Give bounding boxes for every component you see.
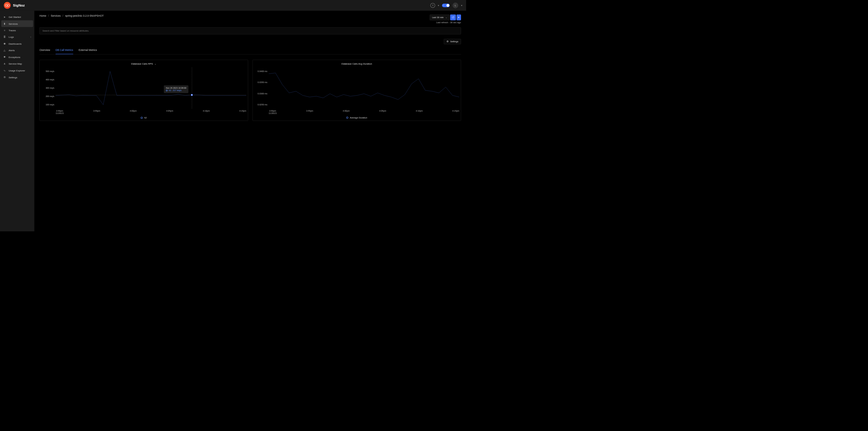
network-icon: ⋔ [3, 62, 6, 65]
sidebar-item-usage-explorer[interactable]: ∿ Usage Explorer [0, 67, 34, 74]
x-tick: 4:00pm [343, 110, 349, 114]
rocket-icon: ➤ [3, 16, 6, 19]
moon-icon: ☾ [443, 4, 445, 6]
tab-overview[interactable]: Overview [39, 47, 50, 54]
legend: h2 [41, 115, 246, 120]
settings-label: Settings [450, 40, 458, 43]
avatar[interactable]: L [453, 2, 458, 8]
sidebar-item-alerts[interactable]: △ Alerts [0, 47, 34, 54]
search-input[interactable]: Search and Filter based on resource attr… [39, 27, 461, 34]
y-tick: 0.0400 ms [258, 70, 268, 72]
topbar: SigNoz ? ▾ ☾ L ▾ [0, 0, 466, 11]
chart-title: Database Calls RPS [131, 62, 153, 65]
y-axis: 500 req/s400 req/s300 req/s200 req/s100 … [41, 67, 56, 109]
brand-name: SigNoz [13, 3, 25, 7]
gear-icon: ⚙ [3, 76, 6, 79]
sidebar-item-dashboards[interactable]: ◉ Dashboards [0, 40, 34, 47]
breadcrumb-services[interactable]: Services [51, 15, 61, 18]
chevron-right-icon: › [30, 35, 31, 38]
tab-external-metrics[interactable]: External Metrics [79, 47, 97, 54]
y-tick: 0.0350 ms [258, 81, 268, 84]
x-tick: 4:15pm [239, 110, 246, 115]
bug-icon: ✱ [3, 56, 6, 59]
sidebar-item-label: Get Started [9, 16, 21, 18]
last-refresh-text: Last refresh - 36 sec ago [436, 21, 461, 24]
sidebar-item-label: Dashboards [9, 42, 22, 45]
sidebar-item-exceptions[interactable]: ✱ Exceptions [0, 54, 34, 60]
y-tick: 0.0250 ms [258, 103, 268, 106]
tab-db-call-metrics[interactable]: DB Call Metrics [56, 47, 73, 54]
chart-line [269, 67, 459, 109]
menu-icon: ≡ [3, 29, 6, 32]
x-tick: 3:55pm [93, 110, 100, 115]
x-tick: 3:55pm [306, 110, 313, 114]
legend-label: h2 [144, 116, 147, 119]
svg-point-1 [7, 5, 8, 6]
sidebar-item-label: Traces [9, 29, 16, 32]
sidebar-item-get-started[interactable]: ➤ Get Started [0, 14, 34, 21]
sidebar-item-label: Alerts [9, 49, 15, 52]
sidebar-item-logs[interactable]: ≣ Logs › [0, 34, 34, 40]
y-tick: 500 req/s [45, 70, 54, 73]
breadcrumb-home[interactable]: Home [39, 15, 46, 18]
sidebar-item-services[interactable]: ▮ Services [1, 20, 33, 27]
gear-icon: ⚙ [446, 40, 448, 43]
panel-settings-button[interactable]: ⚙ Settings [444, 39, 461, 44]
crosshair-vertical [192, 67, 192, 109]
chart-line [56, 67, 246, 109]
user-dropdown-caret-icon[interactable]: ▾ [461, 4, 462, 7]
tabs: Overview DB Call Metrics External Metric… [39, 47, 461, 54]
breadcrumb: Home / Services / spring-petclinic-3.2.0… [39, 15, 104, 18]
x-tick: 3:50pm11/26/23 [269, 110, 277, 114]
x-tick: 4:00pm [130, 110, 136, 115]
sidebar-item-label: Settings [9, 76, 17, 79]
x-axis: 3:50pm11/26/233:55pm4:00pm4:05pm4:10pm4:… [41, 109, 246, 115]
y-tick: 200 req/s [45, 95, 54, 97]
toggle-knob [446, 4, 450, 7]
sidebar-item-service-map[interactable]: ⋔ Service Map [0, 60, 34, 67]
theme-toggle[interactable]: ☾ [442, 4, 450, 7]
y-tick: 100 req/s [45, 104, 54, 106]
x-tick: 4:15pm [453, 110, 459, 114]
x-tick: 4:10pm [416, 110, 423, 114]
x-tick: 3:50pm11/26/23 [56, 110, 64, 115]
chart-db-calls-avg-duration: Database Calls Avg Duration 0.0400 ms0.0… [252, 60, 461, 121]
chevron-down-icon[interactable]: ⌄ [154, 62, 156, 65]
legend-marker-icon [141, 117, 143, 119]
main-content: Home / Services / spring-petclinic-3.2.0… [34, 11, 466, 232]
sidebar: ➤ Get Started ▮ Services ≡ Traces ≣ Logs… [0, 11, 34, 232]
y-tick: 0.0300 ms [258, 92, 268, 95]
bar-chart-icon: ▮ [3, 22, 6, 25]
legend-marker-icon [346, 117, 348, 118]
chart-db-calls-rps: Database Calls RPS ⌄ 500 req/s400 req/s3… [39, 60, 248, 121]
x-tick: 4:05pm [166, 110, 173, 115]
hover-point [191, 94, 192, 96]
search-placeholder: Search and Filter based on resource attr… [42, 29, 89, 32]
legend-label: Average Duration [350, 116, 367, 119]
sidebar-item-label: Usage Explorer [9, 69, 25, 72]
x-tick: 4:10pm [203, 110, 210, 115]
chart-title: Database Calls Avg Duration [341, 62, 372, 65]
time-range-label: Last 30 min [432, 16, 443, 19]
help-icon[interactable]: ? [430, 3, 435, 8]
breadcrumb-sep: / [62, 15, 63, 18]
time-range-select[interactable]: Last 30 min ⌄ [430, 15, 450, 20]
gauge-icon: ◉ [3, 42, 6, 45]
brand-logo-icon [4, 2, 11, 9]
refresh-button[interactable] [450, 15, 456, 20]
bell-icon: △ [3, 49, 6, 52]
chart-plot-area[interactable]: Nov 26 2023 16:09:00 h2 : 217 req/s [56, 67, 246, 109]
y-axis: 0.0400 ms0.0350 ms0.0300 ms0.0250 ms [254, 67, 269, 109]
sidebar-item-label: Exceptions [9, 56, 20, 58]
sidebar-item-traces[interactable]: ≡ Traces [0, 27, 34, 34]
sidebar-item-label: Service Map [9, 62, 22, 65]
chart-plot-area[interactable] [269, 67, 459, 109]
topbar-right: ? ▾ ☾ L ▾ [430, 2, 462, 8]
breadcrumb-current: spring-petclinic-3.2.0-SNAPSHOT [65, 15, 103, 18]
help-dropdown-caret-icon[interactable]: ▾ [438, 4, 439, 7]
x-tick: 4:05pm [379, 110, 386, 114]
refresh-icon [452, 16, 455, 19]
refresh-interval-button[interactable]: ▾ [457, 15, 461, 20]
sidebar-item-settings[interactable]: ⚙ Settings [0, 74, 34, 81]
align-left-icon: ≣ [3, 35, 6, 38]
